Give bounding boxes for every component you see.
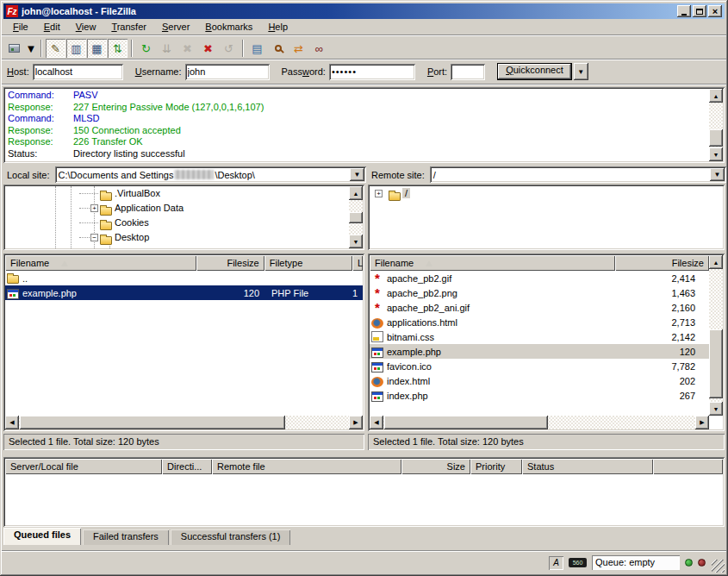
menu-item-bookmarks[interactable]: Bookmarks (197, 21, 260, 34)
expander-plus-icon[interactable]: + (90, 204, 98, 212)
column-header-filename[interactable]: Filename (370, 255, 615, 271)
column-header-status[interactable]: Status (522, 459, 653, 474)
cancel-icon[interactable]: ✖ (177, 39, 197, 58)
remote-h-scrollbar[interactable]: ◀ ▶ (370, 416, 709, 429)
scroll-down-icon[interactable]: ▼ (709, 147, 723, 161)
remote-v-scrollbar[interactable]: ▲ ▼ (709, 255, 723, 416)
scrollbar-thumb[interactable] (709, 129, 723, 147)
cancel-icon-glyph: ✖ (183, 43, 192, 54)
quickconnect-dropdown[interactable]: ▼ (574, 63, 588, 80)
site-manager-icon[interactable] (4, 39, 24, 58)
toggle-message-log-icon[interactable]: ✎ (46, 39, 65, 58)
accel-underline: U (135, 66, 142, 77)
sync-browsing-icon[interactable]: ⇄ (289, 39, 308, 58)
file-row[interactable]: *apache_pb2_ani.gif2,160 (370, 300, 709, 315)
log-scrollbar[interactable]: ▲ ▼ (709, 89, 723, 161)
expander-plus-icon[interactable]: + (375, 190, 383, 197)
file-row[interactable]: index.html202 (370, 373, 709, 388)
tree-item[interactable]: +/ (370, 186, 723, 201)
speed-limits-icon[interactable]: 560 (569, 558, 587, 567)
queue-tabs: Queued filesFailed transfersSuccessful t… (3, 528, 292, 546)
local-tree-scrollbar[interactable]: ▲ ▼ (349, 186, 363, 248)
maximize-button[interactable] (693, 5, 706, 17)
toggle-queue-icon[interactable]: ⇅ (108, 39, 128, 58)
process-queue-icon[interactable]: ⇊ (157, 39, 177, 58)
remote-site-dropdown[interactable]: ▼ (710, 168, 725, 181)
local-site-combo[interactable]: C:\Documents and Settings\Desktop\ (55, 166, 366, 183)
menu-item-edit[interactable]: Edit (36, 21, 68, 34)
minimize-button[interactable] (677, 5, 691, 17)
search-icon[interactable]: ∞ (309, 39, 329, 58)
scrollbar-thumb[interactable] (349, 212, 363, 223)
host-input[interactable] (33, 64, 123, 80)
username-input[interactable] (185, 64, 270, 80)
expander-minus-icon[interactable]: − (90, 234, 98, 241)
scroll-down-icon[interactable]: ▼ (349, 235, 363, 248)
scrollbar-thumb[interactable] (384, 416, 548, 429)
column-header-l[interactable]: L (352, 255, 363, 271)
scroll-left-icon[interactable]: ◀ (5, 416, 19, 429)
toggle-local-tree-icon[interactable]: ▥ (66, 39, 86, 58)
menu-item-file[interactable]: File (5, 21, 36, 34)
file-name: applications.html (387, 317, 613, 328)
column-header-blank[interactable] (653, 459, 723, 474)
column-header-filesize[interactable]: Filesize (615, 255, 709, 271)
resize-grip[interactable] (712, 560, 725, 573)
scrollbar-thumb[interactable] (709, 329, 723, 398)
column-header-server-local-file[interactable]: Server/Local file (5, 459, 162, 474)
close-button[interactable]: × (708, 5, 722, 17)
column-header-directi[interactable]: Directi... (162, 459, 212, 474)
scrollbar-thumb[interactable] (20, 416, 285, 429)
scroll-left-icon[interactable]: ◀ (370, 416, 383, 429)
file-row[interactable]: example.php120PHP File1 (5, 285, 363, 300)
column-header-size[interactable]: Size (401, 459, 470, 474)
column-header-remote-file[interactable]: Remote file (212, 459, 401, 474)
local-site-dropdown[interactable]: ▼ (350, 168, 364, 181)
column-header-priority[interactable]: Priority (470, 459, 522, 474)
column-header-filetype[interactable]: Filetype (264, 255, 352, 271)
menu-item-server[interactable]: Server (154, 21, 197, 34)
tab-successful-transfers-1[interactable]: Successful transfers (1) (171, 529, 291, 545)
refresh-icon[interactable]: ↻ (136, 39, 156, 58)
scroll-up-icon[interactable]: ▲ (709, 89, 723, 103)
menu-item-help[interactable]: Help (260, 21, 296, 34)
scroll-right-icon[interactable]: ▶ (349, 416, 363, 429)
local-h-scrollbar[interactable]: ◀ ▶ (5, 416, 363, 429)
toggle-remote-tree-icon[interactable]: ▦ (87, 39, 107, 58)
port-input[interactable] (451, 64, 485, 80)
quickconnect-button[interactable]: Quickconnect (497, 63, 572, 80)
column-header-filesize[interactable]: Filesize (196, 255, 264, 271)
scroll-down-icon[interactable]: ▼ (709, 402, 723, 416)
tab-queued-files[interactable]: Queued files (3, 528, 81, 545)
tree-item[interactable]: .VirtualBox (5, 186, 349, 201)
filter-icon[interactable]: ▤ (247, 39, 267, 58)
file-row[interactable]: index.php267 (370, 388, 709, 403)
file-row[interactable]: *apache_pb2.gif2,414 (370, 271, 709, 285)
password-input[interactable] (329, 64, 415, 80)
column-header-filename[interactable]: Filename (5, 255, 196, 271)
transfer-type-icon[interactable]: A (549, 556, 563, 570)
scroll-up-icon[interactable]: ▲ (709, 255, 723, 269)
column-header-label: L (358, 258, 363, 268)
file-row[interactable]: .. (5, 271, 363, 285)
title-bar[interactable]: Fz john@localhost - FileZilla × (3, 3, 725, 19)
tree-item[interactable]: −Desktop (5, 230, 349, 245)
file-type: PHP File (266, 288, 352, 298)
tree-item[interactable]: +Application Data (5, 201, 349, 216)
tree-item[interactable]: Cookies (5, 216, 349, 230)
scroll-right-icon[interactable]: ▶ (695, 416, 709, 429)
file-row[interactable]: applications.html2,713 (370, 315, 709, 329)
menu-item-view[interactable]: View (68, 21, 104, 34)
file-row[interactable]: *apache_pb2.png1,463 (370, 285, 709, 300)
file-row[interactable]: favicon.ico7,782 (370, 359, 709, 373)
remote-site-combo[interactable]: / (430, 166, 726, 183)
site-manager-dropdown[interactable]: ▼ (25, 39, 37, 58)
reconnect-icon[interactable]: ↺ (219, 39, 239, 58)
disconnect-icon[interactable]: ✖ (198, 39, 218, 58)
file-row[interactable]: example.php120 (370, 344, 709, 359)
menu-item-transfer[interactable]: Transfer (103, 21, 154, 34)
file-row[interactable]: bitnami.css2,142 (370, 329, 709, 344)
compare-icon[interactable] (268, 39, 288, 58)
scroll-up-icon[interactable]: ▲ (349, 186, 363, 200)
tab-failed-transfers[interactable]: Failed transfers (83, 529, 169, 545)
